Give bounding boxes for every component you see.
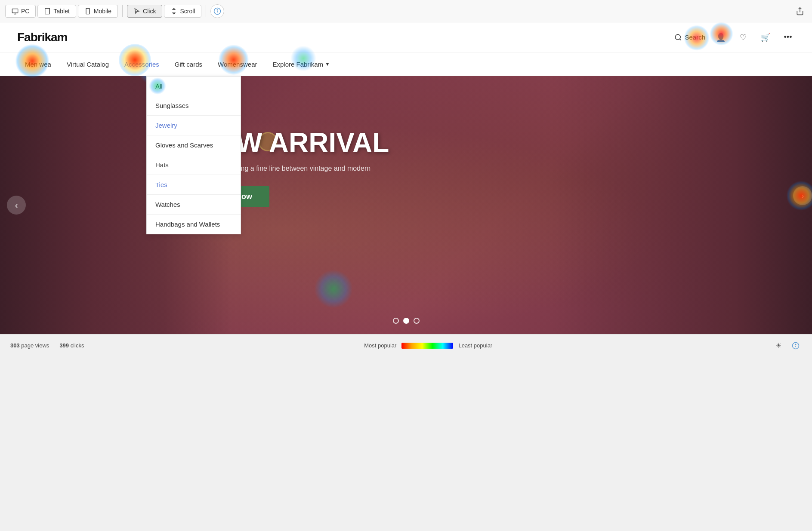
hero-next-button[interactable]: › xyxy=(793,186,812,205)
toolbar: PC Tablet Mobile Click Scroll xyxy=(0,0,812,22)
click-label: Click xyxy=(143,8,156,15)
scroll-mode-button[interactable]: Scroll xyxy=(164,5,201,18)
hero-dots xyxy=(393,318,420,324)
footer-info-button[interactable] xyxy=(790,340,802,352)
page-views-label: page views xyxy=(21,342,49,349)
tablet-button[interactable]: Tablet xyxy=(37,5,76,18)
dropdown-hats-label: Hats xyxy=(155,161,169,169)
nav-explore-label: Explore Fabrikam xyxy=(272,61,323,68)
clicks-count: 399 xyxy=(59,342,69,349)
toolbar-divider-1 xyxy=(122,5,123,17)
nav-menswear-label: Men wea xyxy=(25,61,51,68)
page-views-stat: 303 page views xyxy=(10,342,49,349)
dropdown-item-sunglasses[interactable]: Sunglasses xyxy=(147,96,241,116)
heatmap-legend: Most popular Least popular xyxy=(364,342,492,349)
svg-point-9 xyxy=(217,9,218,10)
pc-label: PC xyxy=(21,8,29,15)
dropdown-gloves-scarves-label: Gloves and Scarves xyxy=(155,141,213,149)
svg-rect-5 xyxy=(86,8,90,14)
mobile-button[interactable]: Mobile xyxy=(78,5,118,18)
clicks-stat: 399 clicks xyxy=(59,342,84,349)
click-mode-button[interactable]: Click xyxy=(127,5,162,18)
nav-accessories-label: Accessories xyxy=(124,61,159,68)
dropdown-item-hats[interactable]: Hats xyxy=(147,155,241,175)
pc-button[interactable]: PC xyxy=(5,5,36,18)
mobile-label: Mobile xyxy=(94,8,111,15)
brightness-button[interactable]: ☀ xyxy=(772,340,784,352)
svg-rect-0 xyxy=(12,9,18,12)
dropdown-item-watches[interactable]: Watches xyxy=(147,195,241,215)
share-button[interactable] xyxy=(793,4,807,18)
dropdown-handbags-label: Handbags and Wallets xyxy=(155,221,220,228)
legend-most-popular: Most popular xyxy=(364,342,396,349)
clicks-label: clicks xyxy=(71,342,84,349)
header-actions: Search 👤 ♡ 🛒 ••• xyxy=(674,31,795,44)
hero-prev-button[interactable]: ‹ xyxy=(7,196,26,215)
dropdown-ties-label: Ties xyxy=(155,181,167,188)
svg-point-11 xyxy=(676,34,681,40)
info-button[interactable] xyxy=(210,4,224,18)
hero-dot-1[interactable] xyxy=(393,318,399,324)
dropdown-jewelry-label: Jewelry xyxy=(155,122,177,129)
search-button[interactable]: Search xyxy=(674,34,705,41)
hero-dot-2[interactable] xyxy=(403,318,409,324)
tablet-label: Tablet xyxy=(53,8,69,15)
cart-button[interactable]: 🛒 xyxy=(759,31,772,44)
svg-point-15 xyxy=(795,344,796,345)
nav-explore[interactable]: Explore Fabrikam ▼ xyxy=(265,52,337,76)
page-views-count: 303 xyxy=(10,342,20,349)
svg-rect-3 xyxy=(45,8,50,14)
dropdown-item-handbags[interactable]: Handbags and Wallets xyxy=(147,215,241,234)
nav-gift-cards-label: Gift cards xyxy=(175,61,202,68)
svg-line-12 xyxy=(680,39,681,40)
dropdown-sunglasses-label: Sunglasses xyxy=(155,102,189,109)
account-button[interactable]: 👤 xyxy=(714,31,728,44)
scroll-label: Scroll xyxy=(180,8,195,15)
nav-womenswear[interactable]: Womenswear xyxy=(210,52,265,76)
hero-dot-3[interactable] xyxy=(414,318,420,324)
nav-womenswear-label: Womenswear xyxy=(218,61,257,68)
site-logo: Fabrikam xyxy=(17,31,68,44)
site-header: Fabrikam Search 👤 ♡ 🛒 xyxy=(0,22,812,52)
dropdown-item-ties[interactable]: Ties xyxy=(147,175,241,195)
toolbar-divider-2 xyxy=(206,5,206,17)
nav-virtual-catalog-label: Virtual Catalog xyxy=(67,61,109,68)
site-nav: Men wea Virtual Catalog Accessories Gift… xyxy=(0,52,812,76)
dropdown-all-label: All xyxy=(155,83,163,90)
nav-menswear[interactable]: Men wea xyxy=(17,52,59,76)
hero-right-overlay xyxy=(554,76,812,334)
dropdown-watches-label: Watches xyxy=(155,201,180,208)
search-label: Search xyxy=(685,34,705,41)
dropdown-item-jewelry[interactable]: Jewelry xyxy=(147,116,241,135)
accessories-dropdown: All Sunglasses Jewelry Gloves and Scarve… xyxy=(146,76,241,234)
nav-accessories[interactable]: Accessories xyxy=(117,52,167,76)
nav-virtual-catalog[interactable]: Virtual Catalog xyxy=(59,52,117,76)
footer-stats: 303 page views 399 clicks xyxy=(10,342,84,349)
footer-stats-bar: 303 page views 399 clicks Most popular L… xyxy=(0,334,812,356)
nav-gift-cards[interactable]: Gift cards xyxy=(167,52,210,76)
legend-least-popular: Least popular xyxy=(458,342,492,349)
wishlist-button[interactable]: ♡ xyxy=(736,31,750,44)
dropdown-item-gloves-scarves[interactable]: Gloves and Scarves xyxy=(147,135,241,155)
footer-icons: ☀ xyxy=(772,340,802,352)
more-button[interactable]: ••• xyxy=(781,31,795,44)
dropdown-item-all[interactable]: All xyxy=(147,77,241,96)
website-frame: Fabrikam Search 👤 ♡ 🛒 xyxy=(0,22,812,356)
legend-gradient xyxy=(401,343,453,349)
hero-section: NEW ARRIVAL essories walking a fine line… xyxy=(0,76,812,334)
explore-chevron-icon: ▼ xyxy=(325,61,330,67)
